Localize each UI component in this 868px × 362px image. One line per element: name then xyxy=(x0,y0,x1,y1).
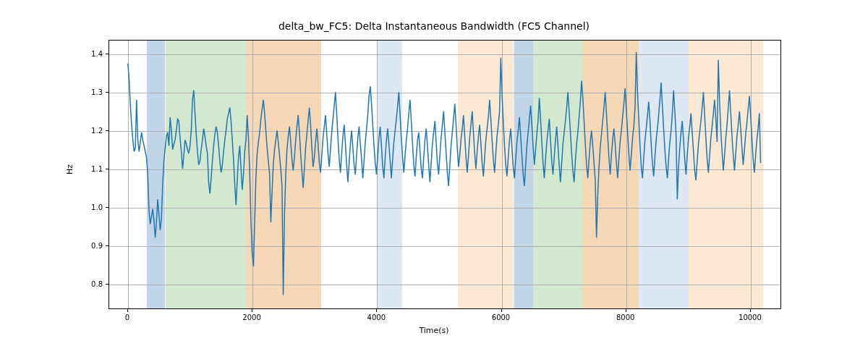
chart-title: delta_bw_FC5: Delta Instantaneous Bandwi… xyxy=(0,20,868,32)
y-tick-label: 0.8 xyxy=(74,280,103,288)
series-line xyxy=(128,52,761,295)
x-axis-label: Time(s) xyxy=(0,326,868,335)
figure: delta_bw_FC5: Delta Instantaneous Bandwi… xyxy=(0,0,868,362)
x-tick-mark xyxy=(252,309,252,312)
x-tick-label: 8000 xyxy=(616,313,634,321)
x-tick-mark xyxy=(127,309,128,312)
y-tick-label: 1.2 xyxy=(74,126,103,134)
y-tick-label: 0.9 xyxy=(74,242,103,250)
y-tick-label: 1.0 xyxy=(74,203,103,211)
y-tick-mark xyxy=(106,169,109,169)
x-tick-label: 2000 xyxy=(242,313,260,321)
y-tick-mark xyxy=(106,284,109,285)
x-tick-label: 6000 xyxy=(492,313,510,321)
y-tick-label: 1.4 xyxy=(74,49,103,57)
x-tick-label: 4000 xyxy=(367,313,386,321)
x-tick-label: 10000 xyxy=(739,313,762,321)
x-tick-mark xyxy=(376,309,377,312)
x-tick-mark xyxy=(750,309,751,312)
y-tick-mark xyxy=(106,130,109,131)
y-tick-mark xyxy=(106,207,109,208)
y-axis-label: Hz xyxy=(65,164,75,174)
y-tick-mark xyxy=(106,54,109,54)
y-tick-mark xyxy=(106,245,109,246)
y-tick-mark xyxy=(106,92,109,93)
y-tick-label: 1.3 xyxy=(74,88,103,96)
x-tick-label: 0 xyxy=(125,313,129,321)
plot-area xyxy=(109,40,781,309)
x-tick-mark xyxy=(626,309,626,312)
line-series xyxy=(109,41,780,308)
y-tick-label: 1.1 xyxy=(74,165,103,173)
x-tick-mark xyxy=(501,309,502,312)
